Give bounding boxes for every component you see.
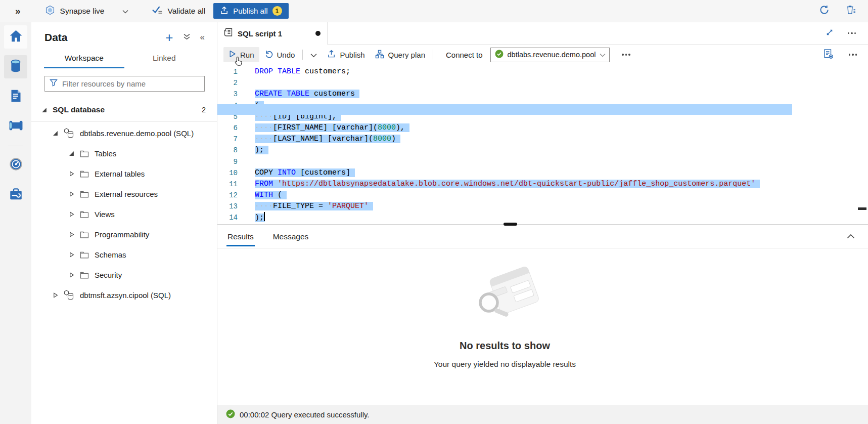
rail-item-manage[interactable] [4, 183, 27, 206]
query-plan-button[interactable]: Query plan [370, 47, 430, 63]
tree-item-label: External tables [95, 169, 145, 178]
expanded-twistie-icon[interactable] [69, 151, 74, 156]
collapse-results-chevron-up-icon[interactable] [847, 232, 855, 241]
sql-pool-icon [64, 290, 74, 300]
editor-more-icon[interactable] [848, 52, 858, 58]
query-status-bar: 00:00:02 Query executed successfully. [217, 405, 868, 424]
more-options-icon[interactable] [847, 30, 857, 36]
mode-selector[interactable]: Synapse live [45, 5, 129, 17]
expanded-twistie-icon[interactable] [53, 131, 58, 136]
tree-item-schemas[interactable]: Schemas [31, 244, 217, 265]
results-splitter-handle[interactable] [504, 223, 517, 226]
upload-icon [220, 6, 229, 16]
no-results-empty-state: No results to show Your query yielded no… [217, 264, 792, 369]
code-line[interactable]: 2 [217, 77, 868, 89]
line-number: 3 [217, 89, 238, 100]
tree-item-tables[interactable]: Tables [31, 143, 217, 163]
folder-icon [80, 190, 89, 198]
double-chevron-down-icon[interactable] [184, 32, 190, 43]
rail-item-data[interactable] [4, 55, 27, 78]
tree-item-label: dbtlabs.revenue.demo.pool (SQL) [80, 129, 194, 138]
folder-icon [80, 210, 89, 218]
collapsed-twistie-icon[interactable] [69, 252, 74, 258]
line-number: 11 [217, 179, 238, 190]
collapse-panel-icon[interactable]: « [200, 32, 205, 43]
unsaved-changes-dot [315, 31, 321, 36]
expand-editor-icon[interactable] [826, 28, 834, 38]
tab-messages[interactable]: Messages [272, 226, 310, 248]
line-content: ); [255, 145, 268, 156]
line-content: COPY INTO [customers] [255, 167, 355, 179]
connected-check-icon [495, 50, 504, 60]
no-results-illustration [465, 318, 545, 326]
tree-item-external-tables[interactable]: External tables [31, 163, 217, 184]
tree-item-security[interactable]: Security [31, 265, 217, 285]
filter-resources-input[interactable] [62, 79, 200, 88]
tree-item-label: Schemas [95, 250, 126, 259]
code-line[interactable]: 8); [217, 145, 868, 156]
view-settings-icon[interactable] [823, 49, 834, 61]
tab-linked[interactable]: Linked [124, 50, 205, 68]
code-line[interactable]: 9 [217, 156, 868, 167]
overview-ruler-marker [858, 207, 866, 210]
data-explorer-panel: Data + « Workspace Linked SQL database2d… [31, 22, 217, 424]
collapsed-twistie-icon[interactable] [69, 191, 74, 197]
rail-item-develop[interactable] [4, 85, 27, 108]
code-line[interactable]: 12WITH ( [217, 190, 868, 201]
sql-code-editor[interactable]: 1DROP TABLE customers;23CREATE TABLE cus… [217, 65, 868, 224]
collapsed-twistie-icon[interactable] [69, 232, 74, 237]
tab-results[interactable]: Results [226, 226, 255, 248]
rail-item-monitor[interactable] [4, 153, 27, 177]
tab-workspace[interactable]: Workspace [44, 50, 124, 68]
code-line[interactable]: 3CREATE TABLE customers [217, 89, 868, 100]
rail-item-integrate[interactable] [4, 115, 27, 138]
refresh-icon[interactable] [819, 5, 830, 17]
run-options-chevron[interactable] [305, 48, 322, 62]
tree-item-label: dbtmsft.azsyn.cipool (SQL) [80, 291, 171, 300]
expand-sidebar-icon[interactable]: » [15, 6, 21, 17]
empty-state-title: No results to show [217, 340, 792, 352]
tree-item-dbtmsft-azsyn-cipool-sql[interactable]: dbtmsft.azsyn.cipool (SQL) [31, 285, 217, 305]
publish-button[interactable]: Publish [322, 47, 370, 63]
tree-item-views[interactable]: Views [31, 204, 217, 224]
line-content: CREATE TABLE customers [255, 89, 359, 100]
tree-item-label: External resources [95, 190, 158, 198]
publish-label: Publish [340, 51, 364, 59]
code-line[interactable]: 1DROP TABLE customers; [217, 66, 868, 77]
tree-item-sql-database[interactable]: SQL database2 [31, 100, 217, 120]
tree-item-dbtlabs-revenue-demo-pool-sql[interactable]: dbtlabs.revenue.demo.pool (SQL) [31, 123, 217, 143]
publish-all-button[interactable]: Publish all 1 [213, 3, 288, 19]
run-button[interactable]: Run [223, 47, 259, 62]
folder-icon [80, 170, 89, 178]
code-line[interactable]: 10COPY INTO [customers] [217, 167, 868, 179]
discard-trash-icon[interactable] [846, 5, 856, 17]
line-number: 1 [217, 66, 238, 77]
undo-button[interactable]: Undo [259, 47, 300, 63]
rail-item-home[interactable] [4, 25, 27, 49]
validate-all-button[interactable]: Validate all [152, 6, 205, 16]
code-line[interactable]: 14); [217, 212, 868, 223]
collapsed-twistie-icon[interactable] [69, 272, 74, 278]
code-line[interactable]: 7····[LAST_NAME] [varchar](8000) [217, 134, 868, 145]
line-content: ····[FIRST_NAME] [varchar](8000), [255, 122, 409, 134]
code-line[interactable]: 6····[FIRST_NAME] [varchar](8000), [217, 122, 868, 134]
code-line[interactable]: 13····FILE_TYPE = 'PARQUET' [217, 201, 868, 212]
resource-tree: SQL database2dbtlabs.revenue.demo.pool (… [31, 100, 217, 305]
connection-more-icon[interactable] [621, 52, 631, 58]
code-line[interactable]: 11FROM 'https://dbtlabsynapsedatalake.bl… [217, 179, 868, 190]
tab-sql-script-1[interactable]: SQL script 1 [217, 22, 328, 45]
pool-name: dbtlabs.revenue.demo.pool [508, 51, 596, 59]
pool-select-dropdown[interactable]: dbtlabs.revenue.demo.pool [490, 48, 610, 62]
editor-toolbar: Run Undo Publish [217, 45, 868, 65]
tree-item-external-resources[interactable]: External resources [31, 184, 217, 204]
add-plus-icon[interactable]: + [165, 32, 173, 43]
results-tab-bar: Results Messages [217, 225, 868, 248]
collapsed-twistie-icon[interactable] [53, 292, 58, 298]
collapsed-twistie-icon[interactable] [69, 211, 74, 217]
collapsed-twistie-icon[interactable] [69, 171, 74, 177]
expanded-twistie-icon[interactable] [41, 107, 47, 113]
tree-item-programmability[interactable]: Programmability [31, 224, 217, 244]
tree-divider [31, 121, 217, 122]
home-icon [9, 29, 23, 45]
line-content: ····[LAST_NAME] [varchar](8000) [255, 134, 400, 145]
